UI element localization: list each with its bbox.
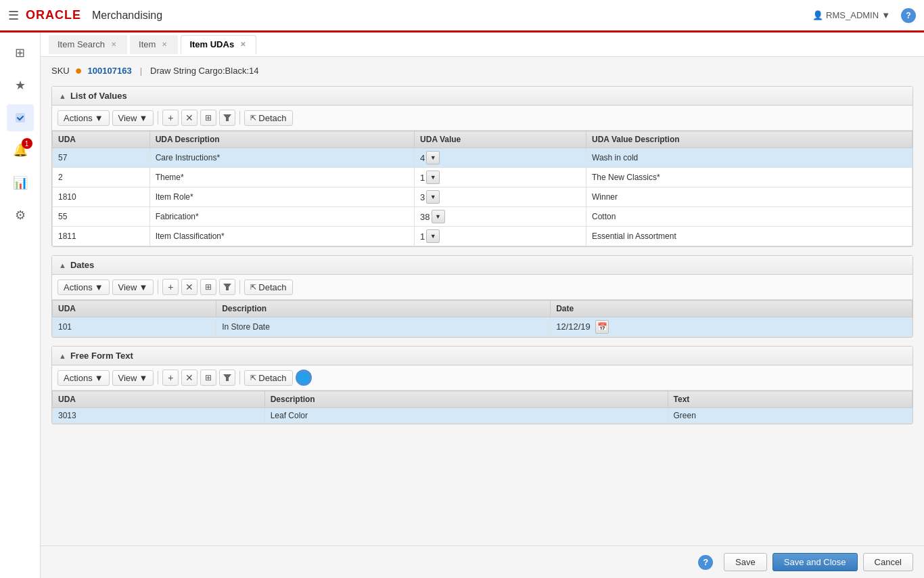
footer: ? Save Save and Close Cancel <box>41 546 924 578</box>
col-header-uda-value-lov: UDA Value <box>415 131 586 148</box>
actions-button-dates[interactable]: Actions ▼ <box>57 280 110 295</box>
user-info[interactable]: 👤 RMS_ADMIN ▼ <box>812 10 890 20</box>
collapse-list-of-values-icon[interactable]: ▲ <box>59 92 66 100</box>
grid-button-fft[interactable]: ⊞ <box>200 370 216 386</box>
toolbar-list-of-values: Actions ▼ View ▼ + ✕ ⊞ <box>52 106 913 131</box>
tab-item-search-close[interactable]: ✕ <box>109 40 118 49</box>
save-and-close-button[interactable]: Save and Close <box>772 553 858 571</box>
cell-uda-value[interactable]: 4 ▼ <box>415 148 586 168</box>
uda-value-text: 1 <box>420 231 425 242</box>
section-title-list-of-values: List of Values <box>70 91 127 101</box>
cell-uda-value[interactable]: 1 ▼ <box>415 227 586 246</box>
detach-button-lov[interactable]: ⇱ Detach <box>244 110 292 126</box>
hamburger-menu-icon[interactable]: ☰ <box>8 8 19 23</box>
cell-uda-value-desc: The New Classics* <box>586 168 913 187</box>
sidebar-item-chart[interactable]: 📊 <box>7 169 34 196</box>
detach-button-fft[interactable]: ⇱ Detach <box>244 370 292 386</box>
table-row[interactable]: 1810 Item Role* 3 ▼ Winner <box>53 187 913 207</box>
filter-button-dates[interactable] <box>219 279 235 295</box>
actions-button-fft[interactable]: Actions ▼ <box>57 370 110 386</box>
sidebar-item-task[interactable] <box>7 104 34 131</box>
table-row[interactable]: 57 Care Instructions* 4 ▼ Wash in cold <box>53 148 913 168</box>
cell-uda: 57 <box>53 148 150 168</box>
cell-uda-desc: Fabrication* <box>149 207 414 227</box>
add-button-fft[interactable]: + <box>162 370 179 386</box>
cell-text-fft[interactable]: Green <box>668 408 912 424</box>
uda-value-dropdown-arrow[interactable]: ▼ <box>426 229 440 243</box>
tab-item-udas-close[interactable]: ✕ <box>238 40 248 49</box>
sku-separator: | <box>140 66 142 76</box>
uda-value-dropdown-arrow[interactable]: ▼ <box>426 171 440 184</box>
username-label: RMS_ADMIN <box>826 10 879 20</box>
uda-value-text: 1 <box>420 173 425 183</box>
table-row[interactable]: 2 Theme* 1 ▼ The New Classics* <box>53 168 913 187</box>
sidebar: ⊞ ★ 🔔 1 📊 ⚙ <box>0 32 41 578</box>
add-button-dates[interactable]: + <box>162 279 179 295</box>
grid-button-lov[interactable]: ⊞ <box>200 110 216 126</box>
section-title-dates: Dates <box>70 260 94 270</box>
header-left: ☰ ORACLE Merchandising <box>8 8 162 23</box>
table-row[interactable]: 55 Fabrication* 38 ▼ Cotton <box>53 207 913 227</box>
col-header-desc-fft: Description <box>264 391 668 408</box>
sidebar-item-bell[interactable]: 🔔 1 <box>7 137 34 164</box>
view-label-lov: View <box>118 113 137 123</box>
sku-header: SKU ● 100107163 | Draw String Cargo:Blac… <box>51 64 913 78</box>
calendar-icon[interactable]: 📅 <box>595 320 609 334</box>
delete-button-fft[interactable]: ✕ <box>181 370 198 386</box>
help-icon[interactable]: ? <box>901 8 916 23</box>
sidebar-item-settings[interactable]: ⚙ <box>7 202 34 229</box>
collapse-dates-icon[interactable]: ▲ <box>59 261 66 269</box>
date-value: 12/12/19 <box>556 321 591 332</box>
tab-item-search[interactable]: Item Search ✕ <box>49 35 127 54</box>
sidebar-item-star[interactable]: ★ <box>7 72 34 99</box>
view-dropdown-arrow-fft: ▼ <box>139 373 147 383</box>
sku-number: 100107163 <box>88 66 132 76</box>
add-button-lov[interactable]: + <box>162 110 179 126</box>
cell-desc-fft: Leaf Color <box>264 408 668 424</box>
view-button-fft[interactable]: View ▼ <box>112 370 154 386</box>
collapse-free-form-text-icon[interactable]: ▲ <box>59 352 66 360</box>
col-header-uda-value-desc-lov: UDA Value Description <box>586 131 913 148</box>
cell-uda-value[interactable]: 3 ▼ <box>415 187 586 207</box>
cancel-button[interactable]: Cancel <box>863 553 913 571</box>
sidebar-item-grid[interactable]: ⊞ <box>7 39 34 66</box>
uda-value-dropdown-arrow[interactable]: ▼ <box>432 210 445 223</box>
tab-item-udas[interactable]: Item UDAs ✕ <box>181 35 256 54</box>
oracle-logo: ORACLE <box>26 8 81 22</box>
table-row[interactable]: 101 In Store Date 12/12/19 📅 <box>53 317 913 337</box>
cell-uda-value[interactable]: 38 ▼ <box>415 207 586 227</box>
table-row[interactable]: 3013 Leaf Color Green <box>53 408 913 424</box>
view-dropdown-arrow-dates: ▼ <box>139 282 147 292</box>
view-button-dates[interactable]: View ▼ <box>112 280 154 295</box>
tab-item[interactable]: Item ✕ <box>130 35 178 54</box>
actions-dropdown-arrow-fft: ▼ <box>95 373 103 383</box>
uda-value-dropdown-arrow[interactable]: ▼ <box>426 151 440 164</box>
uda-value-text: 38 <box>420 212 430 222</box>
col-header-desc-dates: Description <box>216 301 551 317</box>
sep1-fft <box>158 371 158 384</box>
grid-button-dates[interactable]: ⊞ <box>200 279 216 295</box>
cell-uda-value-desc: Essential in Assortment <box>586 227 913 246</box>
cell-uda-value[interactable]: 1 ▼ <box>415 168 586 187</box>
table-list-of-values: UDA UDA Description UDA Value UDA Value … <box>52 131 913 246</box>
uda-value-text: 3 <box>420 192 425 202</box>
view-button-lov[interactable]: View ▼ <box>112 110 154 126</box>
uda-value-dropdown-arrow[interactable]: ▼ <box>426 190 440 204</box>
globe-button-fft[interactable]: 🌐 <box>296 370 312 386</box>
table-row[interactable]: 1811 Item Classification* 1 ▼ Essential … <box>53 227 913 246</box>
cell-date-dates[interactable]: 12/12/19 📅 <box>551 317 913 337</box>
filter-button-lov[interactable] <box>219 110 235 126</box>
user-dropdown-arrow[interactable]: ▼ <box>881 10 890 20</box>
detach-button-dates[interactable]: ⇱ Detach <box>244 280 292 295</box>
view-dropdown-arrow-lov: ▼ <box>139 113 147 123</box>
tab-item-close[interactable]: ✕ <box>160 40 169 49</box>
delete-button-dates[interactable]: ✕ <box>181 279 198 295</box>
section-header-free-form-text: ▲ Free Form Text <box>52 347 913 365</box>
toolbar-dates: Actions ▼ View ▼ + ✕ ⊞ <box>52 275 913 300</box>
filter-button-fft[interactable] <box>219 370 235 386</box>
save-button[interactable]: Save <box>724 553 767 571</box>
footer-help-icon[interactable]: ? <box>698 555 713 570</box>
actions-button-lov[interactable]: Actions ▼ <box>57 110 110 126</box>
cell-uda-fft: 3013 <box>53 408 265 424</box>
delete-button-lov[interactable]: ✕ <box>181 110 198 126</box>
